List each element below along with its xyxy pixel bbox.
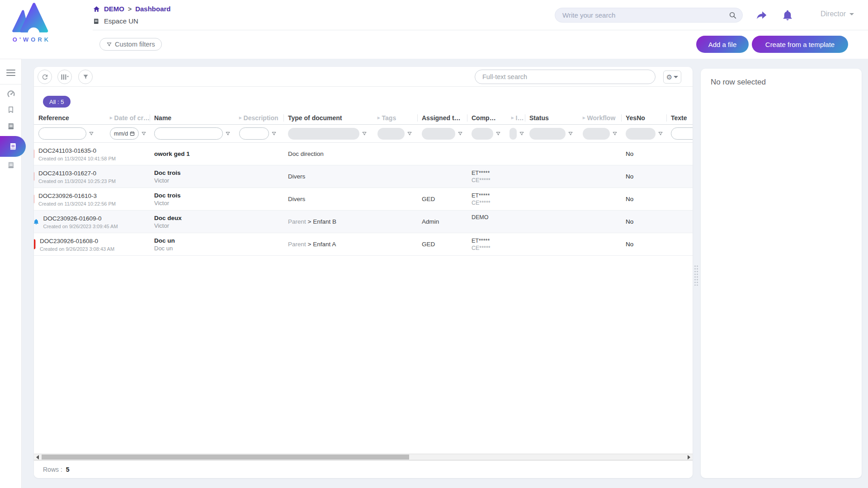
scroll-left-button[interactable] [34, 454, 41, 460]
column-header-name[interactable]: Name [150, 114, 235, 122]
breadcrumb: DEMO > Dashboard [93, 5, 171, 13]
column-header-status[interactable]: Status [525, 114, 578, 122]
name-filter-input[interactable] [154, 127, 223, 140]
row-type: > Enfant B [308, 218, 336, 225]
texte-filter-input[interactable] [671, 127, 693, 140]
pdf-file-icon [34, 148, 35, 160]
status-filter-disabled [529, 128, 566, 140]
column-label: Tags [382, 114, 396, 122]
filter-funnel-icon[interactable] [568, 131, 573, 136]
collapsed-column-icon[interactable]: ▸ [511, 115, 514, 121]
column-label: Type of document [288, 114, 342, 122]
filter-funnel-icon[interactable] [458, 131, 463, 136]
collapsed-column-icon[interactable]: ▸ [377, 115, 380, 121]
filter-funnel-icon[interactable] [658, 131, 663, 136]
scrollbar-thumb[interactable] [42, 455, 409, 460]
filter-funnel-icon[interactable] [141, 131, 146, 136]
i-filter-disabled [509, 128, 517, 140]
reference-filter-input[interactable] [38, 127, 86, 140]
dashboard-gauge-icon [6, 89, 16, 99]
column-header-reference[interactable]: Reference [34, 114, 105, 122]
table-row[interactable]: DOC241103-01635-0 Created on 11/3/2024 1… [34, 143, 693, 165]
row-yesno: No [626, 173, 662, 180]
row-company-sub: CE***** [472, 177, 502, 183]
row-type: Divers [288, 173, 368, 180]
create-from-template-button[interactable]: Create from a template [752, 36, 848, 53]
table-settings-button[interactable]: ⚙ [663, 70, 681, 84]
collapsed-column-icon[interactable]: ▸ [239, 115, 242, 121]
column-label: Status [529, 114, 549, 122]
left-sidebar [0, 59, 22, 488]
top-header: O'WORK DEMO > Dashboard Espace UN [0, 0, 868, 59]
breadcrumb-separator: > [128, 5, 132, 13]
description-filter-input[interactable] [239, 127, 269, 140]
collapsed-column-icon[interactable]: ▸ [583, 115, 585, 121]
collapsed-column-icon[interactable]: ▸ [110, 115, 113, 121]
space-row: Espace UN [93, 17, 138, 25]
home-icon[interactable] [93, 5, 100, 13]
column-header-tags[interactable]: ▸Tags [373, 114, 417, 122]
filter-funnel-icon[interactable] [89, 131, 94, 136]
column-header-description[interactable]: ▸Description [235, 114, 283, 122]
column-header-type[interactable]: Type of document [283, 114, 373, 122]
filter-funnel-icon[interactable] [612, 131, 618, 136]
column-header-company[interactable]: Comp… [467, 114, 507, 122]
refresh-button[interactable] [38, 70, 52, 84]
row-name: Doc trois [154, 169, 230, 176]
sidebar-menu-toggle[interactable] [0, 67, 22, 78]
pdf-file-icon [34, 239, 36, 250]
panel-resize-handle[interactable] [694, 265, 698, 286]
calendar-icon[interactable] [130, 131, 135, 136]
filter-funnel-icon[interactable] [271, 131, 277, 136]
global-search-input[interactable] [562, 11, 729, 19]
sidebar-item-dashboard[interactable] [0, 88, 22, 99]
sidebar-item-documents-active[interactable] [0, 136, 26, 157]
sidebar-item-archive[interactable] [0, 160, 22, 170]
date-filter-input[interactable]: mm/d [110, 127, 139, 140]
row-yesno: No [626, 150, 662, 157]
sidebar-item-bookmarks[interactable] [0, 104, 22, 115]
filter-funnel-icon[interactable] [362, 131, 367, 136]
notifications-bell-icon[interactable] [781, 9, 794, 21]
column-header-workflow[interactable]: ▸Workflow [578, 114, 621, 122]
row-name: owork ged 1 [154, 150, 230, 157]
scroll-right-button[interactable] [685, 454, 693, 460]
column-header-yesno[interactable]: YesNo [621, 114, 666, 122]
row-company-sub: CE***** [472, 245, 502, 251]
app-logo[interactable]: O'WORK [6, 1, 57, 43]
column-label: Texte [671, 114, 687, 122]
all-count-badge[interactable]: All : 5 [43, 96, 71, 108]
custom-filters-button[interactable]: Custom filters [99, 38, 162, 51]
row-assigned: Admin [422, 218, 462, 225]
filter-funnel-icon[interactable] [407, 131, 412, 136]
column-header-texte[interactable]: Texte [666, 114, 693, 122]
fulltext-search-input[interactable] [482, 73, 648, 80]
table-row[interactable]: DOC241103-01627-0 Created on 11/3/2024 1… [34, 165, 693, 188]
breadcrumb-root[interactable]: DEMO [104, 5, 124, 13]
documents-table-card: ⚙ All : 5 Reference ▸Date of cr… Name ▸D… [34, 67, 693, 478]
breadcrumb-current[interactable]: Dashboard [135, 5, 170, 13]
horizontal-scrollbar[interactable] [34, 454, 693, 460]
table-row[interactable]: w DOC230926-01609-0 Created on 9/26/2023… [34, 211, 693, 233]
user-role-menu[interactable]: Director [821, 10, 854, 18]
filter-funnel-icon [106, 42, 112, 47]
filter-button[interactable] [78, 70, 93, 84]
row-created: Created on 11/3/2024 10:41:58 PM [38, 156, 116, 161]
search-icon[interactable] [729, 11, 737, 19]
sidebar-item-library[interactable] [0, 121, 22, 131]
row-company: ET***** [472, 192, 502, 199]
filter-funnel-icon [82, 74, 89, 80]
share-forward-icon[interactable] [755, 9, 769, 21]
row-reference: DOC230926-01609-0 [43, 215, 101, 222]
table-row[interactable]: DOC230926-01610-3 Created on 11/3/2024 1… [34, 188, 693, 211]
column-header-i[interactable]: ▸I… [507, 114, 525, 122]
columns-button[interactable] [57, 70, 72, 84]
filter-funnel-icon[interactable] [495, 131, 501, 136]
row-company: ET***** [472, 170, 502, 176]
column-header-assigned[interactable]: Assigned t… [417, 114, 467, 122]
filter-funnel-icon[interactable] [519, 131, 524, 136]
table-row[interactable]: DOC230926-01608-0 Created on 9/26/2023 3… [34, 233, 693, 256]
add-file-button[interactable]: Add a file [696, 36, 749, 53]
filter-funnel-icon[interactable] [225, 131, 231, 136]
column-header-date[interactable]: ▸Date of cr… [105, 114, 150, 122]
